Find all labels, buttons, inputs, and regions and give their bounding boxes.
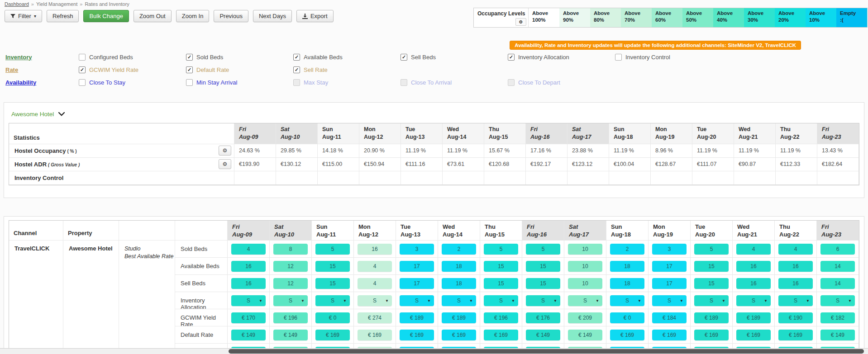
inventory-allocation-select[interactable]: S▼ bbox=[778, 295, 813, 306]
checkbox-close-to-arrival[interactable]: Close To Arrival bbox=[401, 79, 508, 86]
sold-beds-cell[interactable]: 5 bbox=[526, 244, 560, 255]
gcwim-yield-rate-cell[interactable]: € 184 bbox=[652, 312, 687, 323]
sell-beds-cell[interactable]: 12 bbox=[273, 278, 308, 289]
sold-beds-cell[interactable]: 2 bbox=[442, 244, 476, 255]
checkbox-close-to-depart[interactable]: Close To Depart bbox=[508, 79, 615, 86]
default-rate-cell[interactable]: € 169 bbox=[694, 330, 729, 340]
export-button[interactable]: Export bbox=[296, 10, 334, 22]
sold-beds-cell[interactable]: 5 bbox=[694, 244, 729, 255]
checkbox-max-stay[interactable]: Max Stay bbox=[293, 79, 401, 86]
default-rate-cell[interactable]: € 149 bbox=[273, 330, 308, 340]
inventory-allocation-select[interactable]: S▼ bbox=[400, 295, 434, 306]
inventory-allocation-select[interactable]: S▼ bbox=[526, 295, 560, 306]
stat-settings-button[interactable]: ⚙ bbox=[219, 159, 231, 169]
available-beds-cell[interactable]: 17 bbox=[652, 261, 687, 272]
sold-beds-cell[interactable]: 10 bbox=[568, 244, 602, 255]
sold-beds-cell[interactable]: 8 bbox=[273, 244, 308, 255]
gcwim-yield-rate-cell[interactable]: € 0 bbox=[315, 312, 350, 323]
default-rate-cell[interactable]: € 149 bbox=[231, 330, 266, 340]
sell-beds-cell[interactable]: 16 bbox=[778, 278, 813, 289]
default-rate-cell[interactable]: € 169 bbox=[778, 330, 813, 340]
default-rate-cell[interactable]: € 169 bbox=[610, 330, 644, 340]
inventory-allocation-select[interactable]: S▼ bbox=[652, 295, 687, 306]
gcwim-yield-rate-cell[interactable]: € 274 bbox=[358, 312, 392, 323]
checkbox-inventory-control[interactable]: Inventory Control bbox=[615, 54, 722, 61]
default-rate-cell[interactable]: € 169 bbox=[484, 330, 518, 340]
sold-beds-cell[interactable]: 6 bbox=[820, 244, 855, 255]
default-rate-cell[interactable]: € 149 bbox=[820, 330, 855, 340]
filter-group-inventory-link[interactable]: Inventory bbox=[5, 54, 79, 61]
sold-beds-cell[interactable]: 3 bbox=[652, 244, 687, 255]
zoom-in-button[interactable]: Zoom In bbox=[176, 10, 210, 22]
inventory-allocation-select[interactable]: S▼ bbox=[442, 295, 476, 306]
stat-settings-button[interactable]: ⚙ bbox=[219, 146, 231, 156]
sell-beds-cell[interactable]: 17 bbox=[652, 278, 687, 289]
available-beds-cell[interactable]: 4 bbox=[358, 261, 392, 272]
inventory-allocation-select[interactable]: S▼ bbox=[358, 295, 392, 306]
inventory-allocation-select[interactable]: S▼ bbox=[231, 295, 266, 306]
available-beds-cell[interactable]: 16 bbox=[736, 261, 771, 272]
inventory-allocation-select[interactable]: S▼ bbox=[484, 295, 518, 306]
gcwim-yield-rate-cell[interactable]: € 189 bbox=[400, 312, 434, 323]
sell-beds-cell[interactable]: 18 bbox=[442, 278, 476, 289]
available-beds-cell[interactable]: 16 bbox=[778, 261, 813, 272]
gcwim-yield-rate-cell[interactable]: € 0 bbox=[610, 312, 644, 323]
bulk-change-button[interactable]: Bulk Change bbox=[83, 10, 129, 22]
sold-beds-cell[interactable]: 5 bbox=[484, 244, 518, 255]
sell-beds-cell[interactable]: 17 bbox=[400, 278, 434, 289]
checkbox-sell-beds[interactable]: ✓Sell Beds bbox=[401, 54, 508, 61]
inventory-allocation-select[interactable]: S▼ bbox=[315, 295, 350, 306]
sold-beds-cell[interactable]: 5 bbox=[315, 244, 350, 255]
sold-beds-cell[interactable]: 4 bbox=[778, 244, 813, 255]
sell-beds-cell[interactable]: 15 bbox=[526, 278, 560, 289]
sell-beds-cell[interactable]: 14 bbox=[820, 278, 855, 289]
horizontal-scrollbar-thumb[interactable] bbox=[229, 349, 864, 354]
default-rate-cell[interactable]: € 149 bbox=[568, 330, 602, 340]
default-rate-cell[interactable]: € 169 bbox=[315, 330, 350, 340]
gcwim-yield-rate-cell[interactable]: € 209 bbox=[568, 312, 602, 323]
available-beds-cell[interactable]: 18 bbox=[610, 261, 644, 272]
filter-button[interactable]: Filter ▾ bbox=[5, 10, 42, 22]
available-beds-cell[interactable]: 12 bbox=[273, 261, 308, 272]
sell-beds-cell[interactable]: 15 bbox=[694, 278, 729, 289]
available-beds-cell[interactable]: 15 bbox=[315, 261, 350, 272]
default-rate-cell[interactable]: € 169 bbox=[400, 330, 434, 340]
previous-button[interactable]: Previous bbox=[214, 10, 248, 22]
inventory-allocation-select[interactable]: S▼ bbox=[568, 295, 602, 306]
default-rate-cell[interactable]: € 169 bbox=[736, 330, 771, 340]
gcwim-yield-rate-cell[interactable]: € 189 bbox=[694, 312, 729, 323]
sell-beds-cell[interactable]: 15 bbox=[315, 278, 350, 289]
default-rate-cell[interactable]: € 169 bbox=[442, 330, 476, 340]
sell-beds-cell[interactable]: 16 bbox=[231, 278, 266, 289]
sell-beds-cell[interactable]: 10 bbox=[568, 278, 602, 289]
checkbox-sold-beds[interactable]: ✓Sold Beds bbox=[186, 54, 293, 61]
checkbox-min-stay-arrival[interactable]: Min Stay Arrival bbox=[186, 79, 293, 86]
inventory-allocation-select[interactable]: S▼ bbox=[610, 295, 644, 306]
filter-group-rate-link[interactable]: Rate bbox=[5, 66, 79, 73]
available-beds-cell[interactable]: 14 bbox=[820, 261, 855, 272]
checkbox-configured-beds[interactable]: Configured Beds bbox=[79, 54, 186, 61]
sold-beds-cell[interactable]: 3 bbox=[400, 244, 434, 255]
checkbox-sell-rate[interactable]: ✓Sell Rate bbox=[293, 66, 401, 73]
available-beds-cell[interactable]: 15 bbox=[484, 261, 518, 272]
gcwim-yield-rate-cell[interactable]: € 176 bbox=[526, 312, 560, 323]
inventory-allocation-select[interactable]: S▼ bbox=[820, 295, 855, 306]
sold-beds-cell[interactable]: 16 bbox=[358, 244, 392, 255]
checkbox-close-to-stay[interactable]: Close To Stay bbox=[79, 79, 186, 86]
legend-settings-button[interactable]: ⚙ bbox=[515, 18, 526, 26]
hotel-header[interactable]: Awesome Hotel bbox=[4, 103, 864, 123]
default-rate-cell[interactable]: € 149 bbox=[526, 330, 560, 340]
gcwim-yield-rate-cell[interactable]: € 189 bbox=[442, 312, 476, 323]
sell-beds-cell[interactable]: 16 bbox=[736, 278, 771, 289]
sold-beds-cell[interactable]: 2 bbox=[610, 244, 644, 255]
available-beds-cell[interactable]: 17 bbox=[400, 261, 434, 272]
inventory-allocation-select[interactable]: S▼ bbox=[694, 295, 729, 306]
default-rate-cell[interactable]: € 169 bbox=[652, 330, 687, 340]
available-beds-cell[interactable]: 18 bbox=[442, 261, 476, 272]
gcwim-yield-rate-cell[interactable]: € 170 bbox=[231, 312, 266, 323]
filter-group-availability-link[interactable]: Availability bbox=[5, 79, 79, 86]
gcwim-yield-rate-cell[interactable]: € 189 bbox=[736, 312, 771, 323]
default-rate-cell[interactable]: € 169 bbox=[358, 330, 392, 340]
inventory-allocation-select[interactable]: S▼ bbox=[736, 295, 771, 306]
breadcrumb-dashboard-link[interactable]: Dashboard bbox=[5, 1, 29, 7]
